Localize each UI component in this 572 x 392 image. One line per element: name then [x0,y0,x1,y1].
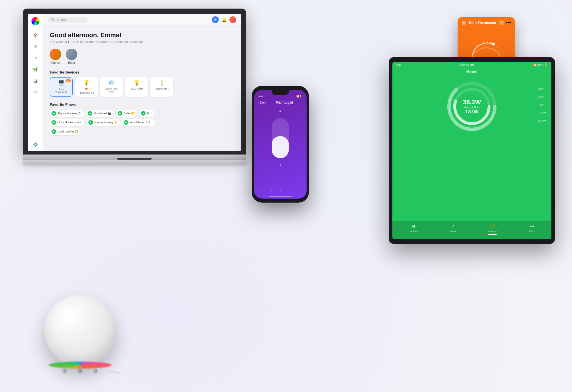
device-cards-row: 21 🖥️ Toon Thermostat 💡 Philips Hue Go 💨… [50,77,234,97]
phone-bottom-controls: ↩ ⊙ ⚙ ↑ ⋮ [254,189,307,192]
right-label-1: 87W [538,88,546,90]
flow-play-icon: ▶ [51,111,56,116]
avatar-emma [50,49,61,60]
sidebar-item-insights[interactable]: 📊 [32,78,39,84]
devices-tab-label: Devices [409,230,418,233]
phone-control-home[interactable]: ⊙ [270,189,272,192]
toon-close-button[interactable]: ✕ [462,21,466,25]
rituals-name: Rituals Perf… [155,88,169,90]
phone-control-menu[interactable]: ⚙ [279,189,281,192]
homey-logo-icon[interactable] [31,17,39,25]
tablet-right-labels: 87W 50W 12W 19.6W 38.2W [538,88,546,122]
flow-turn-lights[interactable]: ▶ Turn lights on in li… [122,119,155,126]
back-label: Back [260,101,266,104]
flows-row-1: ▶ Play my favorites 🎵 ▶ Movie time! 🎬 ▶ … [50,110,234,117]
tablet-screen: 9:41 Mon 29 Mar 📶 100% 🔋 Home [392,62,551,239]
flow-play-favorites[interactable]: ▶ Play my favorites 🎵 [50,110,84,117]
sidebar-item-devices[interactable]: ⊞ [32,43,39,50]
svg-line-4 [483,41,484,43]
toon-name: Toon Thermostat [53,88,69,93]
flow-good-morning[interactable]: ▶ Good Morning 🌅 [50,128,81,135]
phone-back-button[interactable]: ‹ Back [258,101,266,104]
phone-control-more[interactable]: ⋮ [298,189,300,192]
user-name-emma: Emma [51,61,60,64]
active-tab-indicator [488,234,497,235]
laptop-main-content: 🔍 Search… + 🔔 Good afternoon, Emma! The … [43,14,241,151]
toon-more-icon[interactable]: ••• [506,20,511,25]
flow-d[interactable]: ▶ D… [139,110,154,117]
right-label-3: 12W [538,104,546,106]
hue-icon: 💡 [83,80,90,86]
phone-screen: 9:41 📶🔋 ‹ Back Main Light ✦ ✦ [254,90,307,199]
tablet-device: 9:41 Mon 29 Mar 📶 100% 🔋 Home [389,57,555,244]
sphere-foot-left [63,369,67,373]
laptop-base [23,155,246,160]
flow-curtains[interactable]: ▶ Close all the curtains [50,119,84,126]
flow-sunday-morning[interactable]: ▶ Sunday Morning ☀️ [87,119,120,126]
device-card-hue[interactable]: 💡 Philips Hue Go [75,77,98,97]
right-label-2: 50W [538,96,546,98]
laptop-bezel: 🏠 ⊞ ↗ 🌿 📊 </> ⚙️ 🔍 Search… + 🔔 [23,9,246,155]
flow-movie-time[interactable]: ▶ Movie time! 🎬 [86,110,114,117]
sphere-body [44,295,116,366]
tab-devices[interactable]: ⊞ Devices [409,224,418,235]
sidebar-item-settings[interactable]: ⚙️ [32,141,39,148]
light-control: ✦ ✦ [254,106,307,170]
user-avatar[interactable] [229,16,236,23]
device-card-rituals[interactable]: 🕯️ Rituals Perf… [150,77,173,97]
right-label-5: 38.2W [538,120,546,122]
sidebar-item-flows[interactable]: ↗ [32,55,39,61]
tab-more[interactable]: ••• More [529,224,535,235]
sphere-rainbow-ring [49,362,112,369]
search-icon: 🔍 [51,18,55,21]
flows-row-3: ▶ Good Morning 🌅 [50,128,234,135]
back-chevron-icon: ‹ [258,101,259,104]
device-card-ikea[interactable]: 💡 IKEA Trådfri [125,77,148,97]
right-label-4: 19.6W [538,112,546,114]
hue-name: Philips Hue Go [79,92,94,94]
sphere-foot-right [94,369,98,373]
favorite-flows-label: Favorite Flows [50,102,234,107]
tab-flow[interactable]: ↗ Flow [450,224,456,235]
user-item-emma[interactable]: Emma [50,49,61,64]
search-placeholder: Search… [57,18,70,21]
sidebar-item-home[interactable]: 🏠 [32,32,39,38]
phone-control-share[interactable]: ↑ [289,189,290,192]
search-bar[interactable]: 🔍 Search… [47,17,88,23]
device-card-dyson[interactable]: 💨 Dyson Pure Cool [100,77,123,97]
toon-badge: 21 [66,79,71,82]
more-tab-icon: ••• [530,224,535,229]
device-card-toon[interactable]: 21 🖥️ Toon Thermostat [50,77,73,97]
flow-label-3: Relax 😌 [124,112,134,115]
tablet-status-bar: 9:41 Mon 29 Mar 📶 100% 🔋 [392,62,551,68]
flow-label: Play my favorites 🎵 [57,112,81,115]
sidebar-item-developer[interactable]: </> [32,89,39,96]
svg-line-3 [480,43,480,44]
light-brightness-slider[interactable] [272,118,289,158]
notifications-icon[interactable]: 🔔 [222,17,227,22]
user-item-brian[interactable]: Brian [66,49,77,64]
bulb-bright-icon: ✦ [279,109,282,114]
flow-play-icon-7: ▶ [124,120,128,125]
tablet-time: 9:41 [396,64,402,66]
ring-main-watts: 38.2W [463,98,481,106]
phone-status-icons: 📶🔋 [296,95,302,98]
sidebar: 🏠 ⊞ ↗ 🌿 📊 </> ⚙️ [28,14,43,151]
tablet-bottom-nav: ⊞ Devices ↗ Flow 🌿 Energy ••• More [392,221,551,239]
flow-play-icon-6: ▶ [88,120,93,125]
phone-home-bar[interactable] [269,196,292,197]
energy-ring-container: 38.2W Ground Floor 137W 87W 50W 12W 19.6… [392,75,551,135]
ring-center-values: 38.2W Ground Floor 137W [463,98,481,115]
light-slider-fill [272,136,289,158]
phone-control-back[interactable]: ↩ [261,189,263,192]
add-button[interactable]: + [212,16,219,23]
sphere-foot-center [78,369,82,373]
flow-relax[interactable]: ▶ Relax 😌 [116,110,137,117]
devices-tab-icon: ⊞ [411,224,415,229]
toon-action-icons: 📶 ••• [498,20,511,25]
tablet-date: Mon 29 Mar [460,64,474,66]
tab-energy[interactable]: 🌿 Energy [488,224,497,235]
flow-label-4: D… [147,112,152,115]
sidebar-item-energy[interactable]: 🌿 [32,66,39,73]
greeting-title: Good afternoon, Emma! [50,31,234,39]
